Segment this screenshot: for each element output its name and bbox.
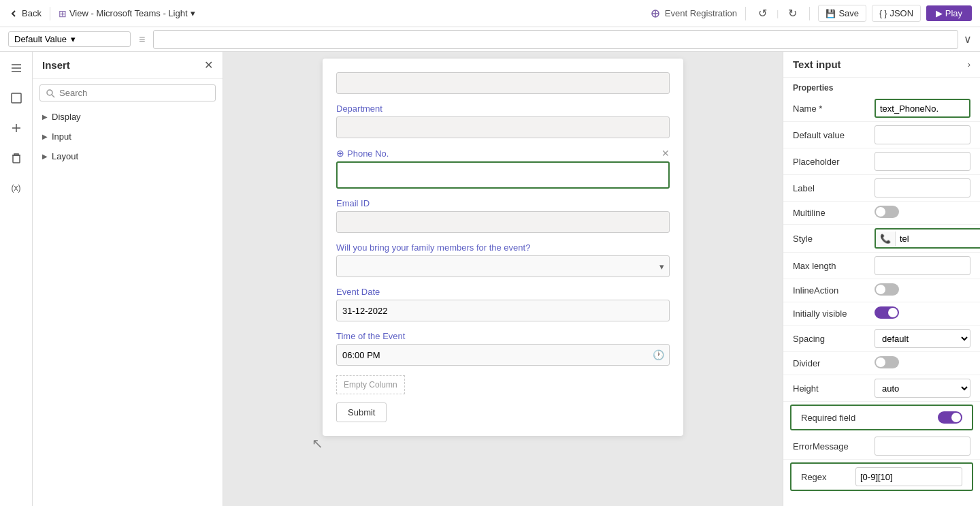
phone-close-icon[interactable]: ✕ — [662, 148, 670, 159]
main-layout: (x) Insert ✕ ▶ Display ▶ Input ▶ Layout — [0, 52, 980, 506]
email-input[interactable] — [336, 211, 670, 233]
save-label: Save — [838, 8, 859, 18]
event-time-label: Time of the Event — [336, 331, 670, 341]
style-input-container: 📞 ▾ — [875, 228, 980, 249]
maxlength-input[interactable] — [875, 256, 970, 275]
form-field-email: Email ID — [336, 198, 670, 233]
sidebar-variable-icon[interactable]: (x) — [5, 177, 27, 199]
prop-label-spacing: Spacing — [793, 334, 875, 344]
prop-label-label: Label — [793, 183, 875, 193]
undo-button[interactable]: ↺ — [754, 4, 771, 22]
prop-row-placeholder: Placeholder — [783, 148, 980, 175]
department-input[interactable] — [336, 116, 670, 138]
prop-value-spacing: default none small medium large — [875, 329, 970, 348]
required-toggle[interactable] — [938, 411, 962, 424]
multiline-toggle[interactable] — [875, 206, 899, 218]
prop-label-inlineaction: InlineAction — [793, 285, 875, 296]
canvas-area: Department ⊕ Phone No. ✕ Email ID — [223, 52, 783, 506]
prop-label-visible: Initially visible — [793, 309, 875, 319]
prop-label-name: Name * — [793, 104, 875, 114]
prop-label-default: Default value — [793, 130, 875, 140]
phone-label-row: ⊕ Phone No. ✕ — [336, 148, 670, 159]
view-selector[interactable]: ⊞ View - Microsoft Teams - Light ▾ — [59, 8, 195, 19]
name-input[interactable] — [875, 99, 970, 118]
svg-rect-6 — [12, 93, 21, 103]
topbar-actions: ↺ | ↻ 💾 Save { } JSON ▶ Play — [754, 4, 972, 22]
divider-toggle[interactable] — [875, 356, 899, 368]
formula-bar[interactable] — [153, 30, 958, 49]
tree-item-display[interactable]: ▶ Display — [33, 107, 223, 127]
insert-header: Insert ✕ — [33, 52, 223, 79]
sidebar-layer-icon[interactable] — [5, 87, 27, 109]
prop-row-height: Height auto stretch — [783, 375, 980, 402]
app-name-display: Event Registration — [650, 8, 737, 19]
phone-field-container: ⊕ Phone No. ✕ — [336, 148, 670, 189]
prop-value-multiline — [875, 206, 970, 220]
tree-arrow-display: ▶ — [42, 113, 48, 121]
insert-close-button[interactable]: ✕ — [204, 59, 213, 72]
sidebar-menu-icon[interactable] — [5, 57, 27, 79]
sidebar-delete-icon[interactable] — [5, 147, 27, 169]
prop-value-maxlength — [875, 256, 970, 275]
prop-value-errormsg — [875, 437, 970, 456]
search-input[interactable] — [59, 88, 210, 98]
phone-field-label: Phone No. — [347, 148, 389, 159]
tree-arrow-input: ▶ — [42, 133, 48, 140]
redo-button[interactable]: ↻ — [784, 4, 801, 22]
svg-point-10 — [47, 90, 52, 95]
family-select[interactable] — [336, 255, 670, 277]
tree-item-layout[interactable]: ▶ Layout — [33, 146, 223, 166]
tree-label-layout: Layout — [52, 151, 78, 161]
prop-label-maxlength: Max length — [793, 261, 875, 271]
tree-item-input[interactable]: ▶ Input — [33, 127, 223, 146]
style-tel-icon: 📞 — [876, 232, 896, 246]
event-date-input[interactable]: 31-12-2022 — [336, 300, 670, 321]
email-label: Email ID — [336, 198, 670, 208]
formula-expand-button[interactable]: ∨ — [964, 33, 972, 46]
prop-label-multiline: Multiline — [793, 208, 875, 218]
form-field-department: Department — [336, 104, 670, 138]
right-scroll-container: Properties Name * Default value — [783, 78, 980, 506]
prop-value-label — [875, 178, 970, 197]
style-input[interactable] — [896, 230, 980, 247]
sidebar-add-icon[interactable] — [5, 117, 27, 139]
search-icon — [46, 89, 55, 98]
family-select-wrapper — [336, 255, 670, 277]
prop-row-style: Style 📞 ▾ — [783, 225, 980, 253]
placeholder-input[interactable] — [875, 152, 970, 171]
visible-toggle[interactable] — [875, 306, 899, 319]
search-box — [39, 84, 216, 101]
prop-row-label: Label — [783, 175, 980, 202]
default-value-input[interactable] — [875, 125, 970, 144]
submit-label: Submit — [348, 407, 375, 417]
submit-row: Submit — [336, 402, 670, 422]
label-input[interactable] — [875, 178, 970, 197]
phone-input[interactable] — [336, 161, 670, 189]
empty-column[interactable]: Empty Column — [336, 375, 405, 394]
topbar: Back ⊞ View - Microsoft Teams - Light ▾ … — [0, 0, 980, 27]
save-button[interactable]: 💾 Save — [818, 5, 866, 22]
spacing-select[interactable]: default none small medium large — [875, 329, 970, 348]
top-field-input[interactable] — [336, 72, 670, 94]
form-card: Department ⊕ Phone No. ✕ Email ID — [323, 59, 683, 436]
right-panel-expand-button[interactable]: › — [968, 59, 970, 69]
prop-label-placeholder: Placeholder — [793, 157, 875, 167]
right-panel-title: Text input — [793, 59, 841, 70]
json-button[interactable]: { } JSON — [872, 5, 921, 22]
submit-button[interactable]: Submit — [336, 402, 387, 422]
topbar-divider2 — [745, 7, 746, 20]
req-row: Required field — [790, 405, 973, 430]
height-select[interactable]: auto stretch — [875, 379, 970, 398]
event-time-input[interactable]: 06:00 PM — [336, 344, 670, 366]
prop-row-maxlength: Max length — [783, 253, 980, 279]
phone-move-icon[interactable]: ⊕ — [336, 148, 344, 159]
tree-arrow-layout: ▶ — [42, 153, 48, 160]
dropdown-chevron: ▾ — [71, 34, 125, 44]
back-button[interactable]: Back — [8, 8, 42, 19]
regex-input[interactable] — [855, 467, 962, 486]
left-sidebar: (x) — [0, 52, 33, 506]
play-button[interactable]: ▶ Play — [926, 5, 972, 21]
inlineaction-toggle[interactable] — [875, 283, 899, 296]
default-value-dropdown[interactable]: Default Value ▾ — [8, 31, 131, 47]
errormsg-input[interactable] — [875, 437, 970, 456]
